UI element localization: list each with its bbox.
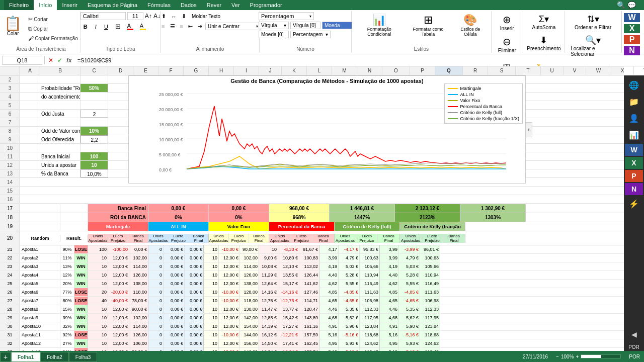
cell-vf-b[interactable]: 154,00 € (240, 322, 259, 330)
percent-box-button[interactable]: Percentagem ▾ (290, 31, 331, 38)
underline-button[interactable]: U (101, 23, 111, 31)
cell-ref-box[interactable] (2, 56, 42, 65)
cell-kf-b[interactable]: 117,95 € (360, 314, 380, 322)
col-header-v[interactable]: V (564, 66, 586, 75)
sub-pb-unids[interactable]: UnidsApostadas (269, 234, 291, 243)
cell-vf-l[interactable]: 12,00 € (219, 305, 240, 313)
cell-m-u[interactable]: 100 (88, 245, 108, 253)
cell-b6[interactable]: Odd Justa (40, 110, 80, 118)
cell-vf-l[interactable]: 12,00 € (219, 262, 240, 270)
sub-vf-banca[interactable]: BancaFinal (249, 234, 269, 243)
zoom-in-button[interactable]: + (576, 354, 579, 359)
cell-result[interactable]: WIN (74, 339, 88, 347)
cell-kx-b[interactable]: 112,33 € (420, 305, 440, 313)
cell-c4[interactable] (80, 93, 108, 101)
cell-a13[interactable] (20, 169, 40, 177)
cell-pb-l[interactable]: 17,27 € (278, 322, 299, 330)
cell-ai-l[interactable]: 0,00 € (164, 339, 185, 347)
cell-kf-l[interactable]: 5,90 € (339, 322, 360, 330)
cut-button[interactable]: ✂ Cortar (26, 15, 80, 24)
currency-button[interactable]: Moeda (322, 22, 352, 29)
cancel-formula-icon[interactable]: ✕ (47, 56, 55, 64)
cell-kelly-full-roi[interactable]: 2123% (395, 213, 460, 222)
cell-kx-l[interactable]: -4,85 € (399, 288, 420, 296)
cell-m-l[interactable]: 12,00 € (108, 305, 129, 313)
cell-kf-u[interactable]: 4,85 (319, 288, 339, 296)
sidebar-icon-ppt-side[interactable]: P (625, 170, 643, 182)
cell-pb-u[interactable]: 10,08 € (259, 262, 278, 270)
tab-ver[interactable]: Ver (226, 0, 245, 10)
cell-vf-l[interactable]: 12,00 € (219, 254, 240, 262)
cell-pb-b[interactable]: 141,62 € (299, 280, 319, 288)
cell-vf-b[interactable]: 138,00 € (240, 280, 259, 288)
cell-m-l[interactable]: 12,00 € (108, 262, 129, 270)
cell-kf-b[interactable]: 112,33 € (360, 305, 380, 313)
cell-kx-u[interactable]: 3,99 (380, 245, 399, 253)
cell-kx-b[interactable]: 96,01 € (420, 245, 440, 253)
cell-random[interactable]: 80% (60, 297, 74, 305)
cell-allin-final[interactable]: 0,00 € (209, 204, 269, 213)
cell-random[interactable]: 92% (60, 331, 74, 339)
cell-ai-u[interactable]: 0 (148, 339, 164, 347)
cell-kf-u[interactable]: 4,68 (319, 314, 339, 322)
cell-aposta[interactable]: Aposta11 (20, 331, 60, 339)
cell-vf-u[interactable]: 10 (204, 314, 219, 322)
align-middle-icon[interactable]: ↔ (169, 13, 179, 21)
cell-kx-l[interactable]: 5,90 € (399, 322, 420, 330)
cell-ai-l[interactable]: 0,00 € (164, 288, 185, 296)
cell-kf-l[interactable]: 5,55 € (339, 280, 360, 288)
cell-random[interactable]: 27% (60, 339, 74, 347)
cell-random[interactable]: 13% (60, 262, 74, 270)
conditional-formatting-button[interactable]: 📊 Formatação Condicional (355, 12, 404, 38)
col-header-q[interactable]: Q (435, 66, 463, 75)
cell-random[interactable]: 39% (60, 314, 74, 322)
col-header-m[interactable]: M (332, 66, 357, 75)
cell-kx-l[interactable]: 5,93 € (399, 339, 420, 347)
col-header-a[interactable]: A (20, 66, 40, 75)
cell-kx-b[interactable]: 110,94 € (420, 271, 440, 279)
cell-valorfixo-final[interactable]: 968,00 € (269, 204, 330, 213)
cell-random[interactable]: 32% (60, 322, 74, 330)
copy-button[interactable]: ⧉ Copiar (26, 25, 80, 33)
cell-pb-l[interactable]: 12,10 € (278, 262, 299, 270)
align-left-button[interactable]: ≡ (159, 23, 167, 31)
cell-c9[interactable]: 2,2 (80, 135, 108, 143)
cell-kf-b[interactable]: 118,68 € (360, 331, 380, 339)
cell-ai-b[interactable]: 0,00 € (185, 254, 204, 262)
tab-formulas[interactable]: Fórmulas (142, 0, 176, 10)
share-icon[interactable]: 💬 (627, 1, 636, 9)
zoom-slider[interactable] (581, 354, 621, 358)
cell-aposta[interactable]: Aposta6 (20, 288, 60, 296)
col-header-l[interactable]: L (307, 66, 332, 75)
col-header-d[interactable]: D (108, 66, 133, 75)
cell-pb-l[interactable]: 13,55 € (278, 271, 299, 279)
cell-m-u[interactable]: 10 (88, 322, 108, 330)
cell-c12[interactable]: 10 (80, 161, 108, 169)
cell-c13[interactable]: 10,0% (80, 169, 108, 177)
cell-ai-l[interactable]: 0,00 € (164, 280, 185, 288)
cell-kx-u[interactable]: 4,65 (380, 297, 399, 305)
cell-vf-b[interactable]: 156,00 € (240, 339, 259, 347)
app-icon-word[interactable]: W (624, 13, 640, 22)
align-center-button[interactable]: ☰ (168, 22, 177, 31)
find-select-button[interactable]: 🔍▾ Localizar e Selecionar (568, 33, 618, 58)
sub-kf-unids[interactable]: UnidsApostadas (335, 234, 356, 243)
cell-ai-u[interactable]: 0 (148, 331, 164, 339)
cell-aposta[interactable]: Aposta12 (20, 339, 60, 347)
cell-aposta[interactable]: Aposta5 (20, 280, 60, 288)
cell-kf-u[interactable]: 4,40 (319, 271, 339, 279)
cell-b12[interactable]: Unids a apostar (40, 161, 80, 169)
cell-m-u[interactable]: 20 (88, 288, 108, 296)
cell-vf-l[interactable]: -10,00 € (219, 297, 240, 305)
cell-vf-l[interactable]: 12,00 € (219, 339, 240, 347)
cell-aposta[interactable]: Aposta8 (20, 305, 60, 313)
cell-kf-u[interactable]: 4,17 (319, 245, 339, 253)
new-sheet-button[interactable]: + (0, 352, 11, 362)
cell-vf-u[interactable]: 10 (204, 262, 219, 270)
cell-a7[interactable] (20, 118, 40, 126)
cell-kx-b[interactable]: 105,66 € (420, 262, 440, 270)
cell-b7[interactable] (40, 118, 80, 126)
sidebar-icon-person[interactable]: 👤 (625, 111, 643, 126)
font-size-up-icon[interactable]: A↑ (145, 13, 152, 20)
sidebar-expand-icon[interactable]: ◀ (625, 327, 643, 341)
